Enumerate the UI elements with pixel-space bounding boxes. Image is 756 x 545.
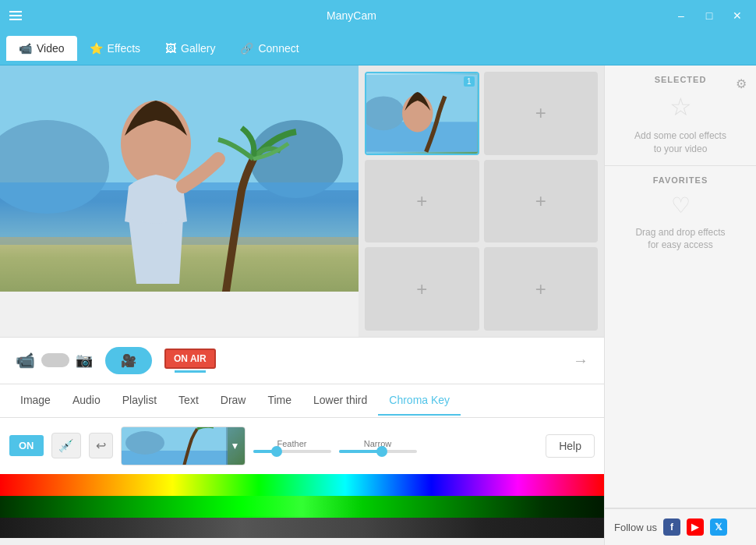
reset-button[interactable]: ↩ xyxy=(89,433,113,458)
eyedropper-icon: 💉 xyxy=(58,438,74,453)
help-button[interactable]: Help xyxy=(546,434,595,458)
green-bar xyxy=(0,496,604,518)
tab-lower-third[interactable]: Lower third xyxy=(302,386,378,416)
twitter-icon[interactable]: 𝕏 xyxy=(710,518,727,536)
video-scene xyxy=(0,65,359,292)
main-tab-bar: 📹 Video ⭐ Effects 🖼 Gallery 🔗 Connect xyxy=(0,31,756,65)
selected-desc: Add some cool effects to your video xyxy=(614,129,747,156)
filter-icon[interactable]: ⚙ xyxy=(736,76,747,91)
camera-toggle[interactable] xyxy=(41,353,69,367)
narrow-fill xyxy=(339,450,382,453)
bottom-tab-bar: Image Audio Playlist Text Draw Time Lowe… xyxy=(0,384,604,418)
color-picker-button[interactable]: 💉 xyxy=(51,433,81,458)
camera-icon: 📹 xyxy=(16,351,35,370)
tab-text[interactable]: Text xyxy=(168,386,210,416)
app-title: ManyCam xyxy=(31,9,672,22)
feather-label: Feather xyxy=(253,439,331,448)
facebook-icon[interactable]: f xyxy=(663,518,680,536)
close-button[interactable]: ✕ xyxy=(728,6,747,25)
narrow-track[interactable] xyxy=(339,450,417,453)
minimize-button[interactable]: – xyxy=(672,6,691,25)
source-cell-1[interactable]: 1 xyxy=(365,72,479,155)
main-content: 1 + + + + + xyxy=(0,65,756,545)
tab-connect[interactable]: 🔗 Connect xyxy=(228,36,311,61)
follow-label: Follow us xyxy=(614,522,657,533)
tab-audio[interactable]: Audio xyxy=(62,386,111,416)
record-btn-icon: 🎥 xyxy=(121,353,136,368)
selected-section: SELECTED ⚙ ☆ Add some cool effects to yo… xyxy=(605,65,756,166)
undo-icon: ↩ xyxy=(96,438,106,453)
on-button[interactable]: ON xyxy=(9,435,44,456)
gallery-tab-icon: 🖼 xyxy=(165,42,176,55)
source-cell-2[interactable]: + xyxy=(484,72,599,155)
feather-thumb[interactable] xyxy=(271,446,282,457)
youtube-icon[interactable]: ▶ xyxy=(687,518,704,536)
effects-panel: ON 💉 ↩ ▼ Feather xyxy=(0,418,604,474)
add-source-icon-6: + xyxy=(535,278,546,300)
narrow-thumb[interactable] xyxy=(376,446,387,457)
heart-icon: ♡ xyxy=(614,193,747,218)
favorites-section: FAVORITES ♡ Drag and drop effects for ea… xyxy=(605,166,756,508)
feather-track[interactable] xyxy=(253,450,331,453)
bg-preview-image xyxy=(122,427,228,465)
window-controls: – □ ✕ xyxy=(672,6,747,25)
video-grid-area: 1 + + + + + xyxy=(0,65,604,337)
source-cell-6[interactable]: + xyxy=(484,247,599,331)
on-air-badge: ON AIR xyxy=(164,349,216,369)
cam-controls: 📹 📷 xyxy=(16,351,93,370)
record-button[interactable]: 🎥 xyxy=(105,347,152,374)
title-bar-left xyxy=(9,11,31,20)
feather-slider[interactable] xyxy=(253,450,331,453)
source-badge-1: 1 xyxy=(464,76,475,87)
tab-chroma-key[interactable]: Chroma Key xyxy=(378,386,461,416)
tab-time[interactable]: Time xyxy=(256,386,302,416)
connect-tab-icon: 🔗 xyxy=(240,42,253,55)
favorites-desc: Drag and drop effects for easy access xyxy=(614,226,747,253)
photo-icon: 📷 xyxy=(76,352,93,369)
dark-bar xyxy=(0,518,604,538)
narrow-slider-group: Narrow xyxy=(339,439,417,453)
tab-effects-label: Effects xyxy=(108,42,141,55)
next-arrow-icon[interactable]: → xyxy=(573,352,588,370)
background-preview[interactable]: ▼ xyxy=(121,426,246,465)
source-grid: 1 + + + + + xyxy=(359,65,604,337)
hamburger-menu[interactable] xyxy=(9,11,22,20)
add-source-icon-2: + xyxy=(535,102,546,124)
tab-effects[interactable]: ⭐ Effects xyxy=(77,36,154,61)
source-cell-3[interactable]: + xyxy=(365,160,479,243)
bg-preview-dropdown[interactable]: ▼ xyxy=(226,427,245,465)
narrow-slider[interactable] xyxy=(339,450,417,453)
on-air-container: ON AIR xyxy=(164,349,216,373)
rainbow-bar xyxy=(0,474,604,496)
effects-tab-icon: ⭐ xyxy=(90,42,103,55)
tab-video[interactable]: 📹 Video xyxy=(6,36,77,61)
selected-title: SELECTED xyxy=(614,75,747,84)
title-bar: ManyCam – □ ✕ xyxy=(0,0,756,31)
left-area: 1 + + + + + xyxy=(0,65,604,545)
tab-gallery-label: Gallery xyxy=(181,42,215,55)
favorites-title: FAVORITES xyxy=(614,175,747,185)
video-preview xyxy=(0,65,359,292)
tab-connect-label: Connect xyxy=(258,42,299,55)
controls-bar: 📹 📷 🎥 ON AIR → xyxy=(0,337,604,384)
on-air-indicator xyxy=(175,370,206,373)
tab-video-label: Video xyxy=(37,42,65,55)
add-source-icon-5: + xyxy=(416,278,427,300)
star-icon: ☆ xyxy=(614,92,747,122)
add-source-icon-3: + xyxy=(416,190,427,212)
maximize-button[interactable]: □ xyxy=(700,6,719,25)
tab-draw[interactable]: Draw xyxy=(210,386,257,416)
add-source-icon-4: + xyxy=(535,190,546,212)
tab-gallery[interactable]: 🖼 Gallery xyxy=(153,36,228,61)
video-tab-icon: 📹 xyxy=(19,42,32,55)
right-sidebar: SELECTED ⚙ ☆ Add some cool effects to yo… xyxy=(604,65,756,545)
svg-point-12 xyxy=(125,431,164,455)
sidebar-bottom: Follow us f ▶ 𝕏 xyxy=(605,508,756,545)
tab-image[interactable]: Image xyxy=(9,386,62,416)
source-cell-5[interactable]: + xyxy=(365,247,479,331)
source-thumb-1 xyxy=(366,73,478,154)
color-bars xyxy=(0,474,604,545)
source-cell-4[interactable]: + xyxy=(484,160,599,243)
feather-slider-group: Feather xyxy=(253,439,331,453)
tab-playlist[interactable]: Playlist xyxy=(111,386,168,416)
